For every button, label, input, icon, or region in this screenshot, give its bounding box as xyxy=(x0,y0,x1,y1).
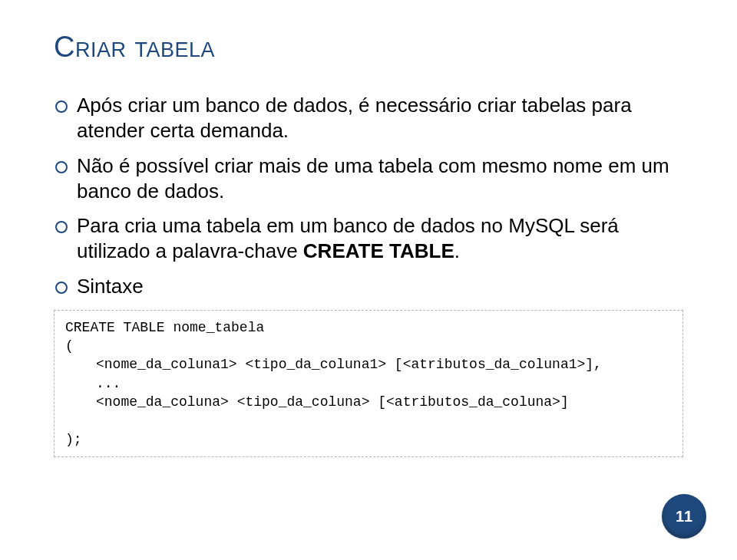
code-line: <nome_da_coluna1> <tipo_da_coluna1> [<at… xyxy=(65,355,672,374)
slide-title: Criar tabela xyxy=(54,31,683,64)
bullet-item: Não é possível criar mais de uma tabela … xyxy=(54,153,683,205)
code-line: CREATE TABLE nome_tabela xyxy=(65,320,264,335)
bullet-list: Após criar um banco de dados, é necessár… xyxy=(54,93,683,299)
page-number-badge: 11 xyxy=(662,494,706,539)
slide: Criar tabela Após criar um banco de dado… xyxy=(0,0,737,560)
bullet-text: . xyxy=(454,239,460,262)
code-line: ... xyxy=(65,374,672,393)
bullet-text: Após criar um banco de dados, é necessár… xyxy=(77,94,632,142)
code-line: ); xyxy=(65,432,82,447)
bullet-strong: CREATE TABLE xyxy=(303,239,454,262)
bullet-item: Sintaxe xyxy=(54,274,683,299)
bullet-item: Após criar um banco de dados, é necessár… xyxy=(54,93,683,144)
bullet-item: Para cria uma tabela em um banco de dado… xyxy=(54,213,683,265)
bullet-text: Não é possível criar mais de uma tabela … xyxy=(77,154,669,203)
code-line: ( xyxy=(65,338,74,354)
code-line: <nome_da_coluna> <tipo_da_coluna> [<atri… xyxy=(65,393,672,411)
bullet-text: Sintaxe xyxy=(77,275,144,298)
code-box: CREATE TABLE nome_tabela ( <nome_da_colu… xyxy=(54,310,683,457)
page-number: 11 xyxy=(676,508,692,525)
